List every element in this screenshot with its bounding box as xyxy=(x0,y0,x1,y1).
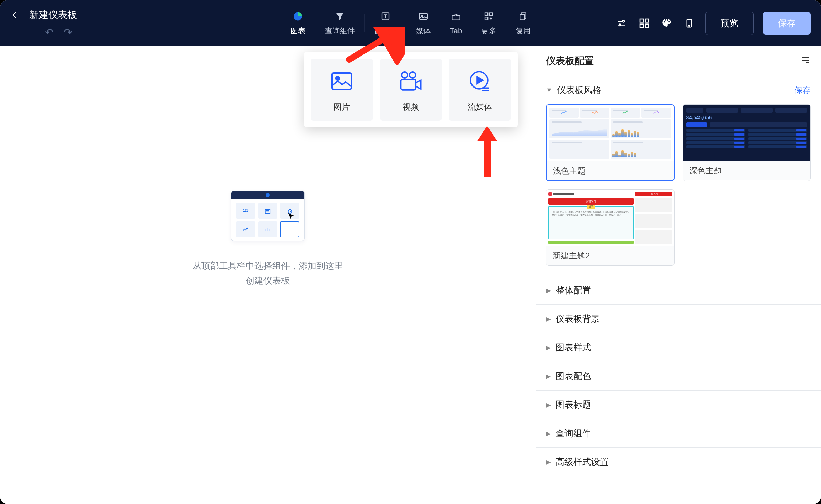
media-icon xyxy=(417,10,430,22)
section-chart-color[interactable]: ▶ 图表配色 xyxy=(536,362,821,391)
caret-right-icon: ▶ xyxy=(546,344,551,351)
stream-icon xyxy=(468,70,492,92)
svg-rect-17 xyxy=(332,73,351,89)
svg-rect-21 xyxy=(401,79,416,90)
config-panel-header: 仪表板配置 xyxy=(536,46,821,76)
back-button[interactable] xyxy=(10,10,20,20)
svg-rect-23 xyxy=(265,209,270,213)
filter-icon xyxy=(334,10,346,22)
svg-point-10 xyxy=(619,24,621,26)
media-option-image[interactable]: 图片 xyxy=(311,59,373,121)
svg-point-20 xyxy=(409,72,416,78)
chart-icon xyxy=(292,10,304,22)
svg-point-19 xyxy=(402,72,408,78)
panel-menu-icon[interactable] xyxy=(801,55,811,67)
toolbar-item-more[interactable]: 更多 xyxy=(472,10,506,36)
toolbar-item-tab[interactable]: Tab xyxy=(440,11,472,35)
settings-sliders-icon[interactable] xyxy=(615,17,628,30)
svg-rect-26 xyxy=(267,228,268,231)
undo-button[interactable]: ↶ xyxy=(45,26,53,38)
svg-rect-5 xyxy=(490,13,492,16)
svg-rect-14 xyxy=(645,24,648,27)
grid-icon xyxy=(483,10,495,22)
palette-icon[interactable] xyxy=(660,17,673,30)
preview-button[interactable]: 预览 xyxy=(705,12,754,35)
section-advanced-style[interactable]: ▶ 高级样式设置 xyxy=(536,448,821,476)
layout-icon[interactable] xyxy=(638,17,651,30)
theme-card-light[interactable]: 浅色主题 xyxy=(546,104,675,181)
svg-point-16 xyxy=(689,25,690,26)
section-header-style[interactable]: ▼ 仪表板风格 保存 xyxy=(536,76,821,104)
theme-card-custom2[interactable]: 课程学习 提示 《宪法》第五十三条规定，中华人民共和国公民必须遵守宪法和法律，保… xyxy=(546,189,675,266)
svg-point-9 xyxy=(623,20,624,22)
caret-right-icon: ▶ xyxy=(546,458,551,466)
toolbar-item-reuse[interactable]: 复用 xyxy=(506,10,540,36)
component-toolbar: 图表 查询组件 富文本 媒体 xyxy=(281,0,540,46)
media-option-video[interactable]: 视频 xyxy=(380,59,442,121)
caret-right-icon: ▶ xyxy=(546,401,551,409)
svg-rect-6 xyxy=(485,17,488,20)
svg-rect-8 xyxy=(520,14,525,20)
section-dashboard-background[interactable]: ▶ 仪表板背景 xyxy=(536,305,821,333)
mobile-preview-icon[interactable] xyxy=(683,17,696,30)
video-icon xyxy=(399,70,423,92)
caret-right-icon: ▶ xyxy=(546,430,551,437)
image-icon xyxy=(329,70,354,92)
text-icon xyxy=(379,10,392,22)
svg-rect-4 xyxy=(485,13,488,16)
redo-button[interactable]: ↷ xyxy=(64,26,72,38)
svg-rect-25 xyxy=(265,229,266,231)
caret-down-icon: ▼ xyxy=(546,86,552,94)
caret-right-icon: ▶ xyxy=(546,315,551,323)
theme-preview-dark: 34,545,656 xyxy=(683,105,811,161)
toolbar-item-media[interactable]: 媒体 xyxy=(406,10,440,36)
config-panel: 仪表板配置 ▼ 仪表板风格 保存 xyxy=(536,46,821,504)
save-button[interactable]: 保存 xyxy=(763,12,811,35)
section-chart-style[interactable]: ▶ 图表样式 xyxy=(536,333,821,362)
canvas-placeholder-illustration: 123 xyxy=(231,191,305,241)
svg-point-18 xyxy=(336,77,340,80)
toolbar-item-query[interactable]: 查询组件 xyxy=(315,10,365,36)
top-navbar: 新建仪表板 ↶ ↷ 图表 查询组件 xyxy=(0,0,821,46)
section-query-component[interactable]: ▶ 查询组件 xyxy=(536,419,821,448)
topbar-left-group: 新建仪表板 ↶ ↷ xyxy=(10,9,77,38)
theme-preview-custom2: 课程学习 提示 《宪法》第五十三条规定，中华人民共和国公民必须遵守宪法和法律，保… xyxy=(546,190,674,246)
media-dropdown-panel: 图片 视频 流媒体 xyxy=(304,52,518,127)
tab-icon xyxy=(450,11,462,23)
svg-rect-27 xyxy=(269,229,270,231)
dashboard-title: 新建仪表板 xyxy=(29,9,77,21)
theme-preview-light xyxy=(547,105,674,161)
svg-rect-12 xyxy=(645,19,648,22)
toolbar-item-chart[interactable]: 图表 xyxy=(281,10,315,36)
style-save-link[interactable]: 保存 xyxy=(794,85,811,96)
svg-rect-11 xyxy=(640,19,643,22)
section-chart-title[interactable]: ▶ 图表标题 xyxy=(536,391,821,419)
section-overall-config[interactable]: ▶ 整体配置 xyxy=(536,276,821,305)
reuse-icon xyxy=(517,10,529,22)
svg-rect-13 xyxy=(640,24,643,27)
topbar-right-group: 预览 保存 xyxy=(615,0,811,46)
caret-right-icon: ▶ xyxy=(546,373,551,380)
toolbar-item-richtext[interactable]: 富文本 xyxy=(365,10,406,36)
section-dashboard-style: ▼ 仪表板风格 保存 xyxy=(536,76,821,276)
media-option-stream[interactable]: 流媒体 xyxy=(449,59,511,121)
canvas-hint-text: 从顶部工具栏中选择组件，添加到这里 创建仪表板 xyxy=(192,258,343,288)
theme-card-dark[interactable]: 34,545,656 xyxy=(683,104,811,181)
caret-right-icon: ▶ xyxy=(546,287,551,294)
